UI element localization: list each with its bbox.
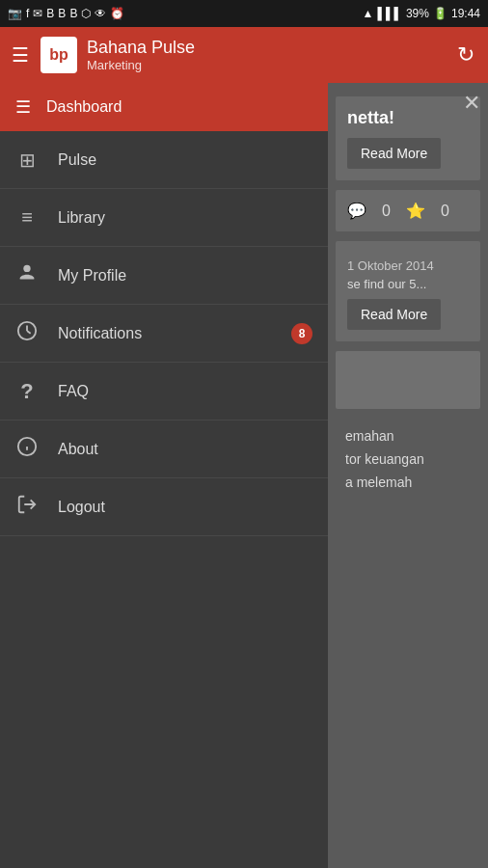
sidebar-dashboard-label: Dashboard [46, 98, 122, 116]
sidebar-item-myprofile[interactable]: My Profile [0, 247, 328, 305]
notifications-icon [15, 320, 39, 346]
comment-count: 0 [382, 203, 391, 220]
app-toolbar: ☰ bp Bahana Pulse Marketing ↻ [0, 27, 488, 83]
signal-icon: ▌▌▌ [377, 7, 402, 20]
app-title: Bahana Pulse [87, 38, 195, 59]
read-more-button-2[interactable]: Read More [347, 299, 441, 330]
profile-icon [15, 262, 39, 288]
logo-text: bp [49, 46, 68, 64]
text-line-3: a melemah [345, 475, 471, 490]
sidebar-item-faq[interactable]: ? FAQ [0, 363, 328, 420]
comment-icon: 💬 [347, 202, 366, 220]
logout-icon [15, 494, 39, 520]
sidebar-item-notifications[interactable]: Notifications 8 [0, 305, 328, 363]
sidebar: ☰ Dashboard ⊞ Pulse ≡ Library My Profile [0, 83, 328, 868]
mail-icon: ✉ [33, 7, 42, 20]
sidebar-item-pulse[interactable]: ⊞ Pulse [0, 131, 328, 189]
menu-icon[interactable]: ☰ [12, 43, 29, 67]
star-count: 0 [441, 203, 449, 220]
text-line-1: emahan [345, 428, 471, 444]
faq-icon: ? [15, 379, 39, 404]
wifi-icon: ▲ [363, 7, 374, 20]
b-icon-1: B [46, 7, 54, 20]
facebook-icon: f [26, 7, 29, 20]
app-logo: bp [41, 37, 77, 73]
refresh-button[interactable]: ↻ [457, 42, 474, 68]
sidebar-library-label: Library [58, 209, 105, 227]
content-card-meta: 💬 0 ⭐ 0 [336, 190, 480, 231]
svg-line-3 [27, 331, 31, 334]
status-icons-right: ▲ ▌▌▌ 39% 🔋 19:44 [363, 7, 480, 20]
bb-icon: ⬡ [81, 7, 91, 20]
main-layout: ☰ Dashboard ⊞ Pulse ≡ Library My Profile [0, 83, 488, 868]
time-display: 19:44 [451, 7, 480, 20]
sidebar-item-logout[interactable]: Logout [0, 478, 328, 536]
battery-text: 39% [406, 7, 429, 20]
svg-point-0 [23, 265, 30, 272]
sidebar-myprofile-label: My Profile [58, 267, 126, 285]
sidebar-faq-label: FAQ [58, 383, 89, 400]
sidebar-about-label: About [58, 441, 98, 458]
status-bar: 📷 f ✉ B B B ⬡ 👁 ⏰ ▲ ▌▌▌ 39% 🔋 19:44 [0, 0, 488, 27]
content-area: ✕ netta! Read More 💬 0 ⭐ 0 1 Oktober 201… [328, 83, 488, 868]
library-icon: ≡ [15, 206, 39, 229]
read-more-button-1[interactable]: Read More [347, 138, 441, 169]
sidebar-item-library[interactable]: ≡ Library [0, 189, 328, 247]
content-card-blank [336, 351, 480, 409]
about-icon [15, 436, 39, 462]
battery-icon: 🔋 [433, 7, 447, 20]
clock-icon: ⏰ [110, 7, 124, 20]
sim-icon: 📷 [8, 7, 22, 20]
sidebar-notifications-label: Notifications [58, 325, 142, 342]
card-2-excerpt: se find our 5... [347, 277, 469, 291]
notifications-badge: 8 [291, 323, 312, 344]
text-line-2: tor keuangan [345, 451, 471, 467]
card-1-title: netta! [347, 108, 469, 128]
content-card-2: 1 Oktober 2014 se find our 5... Read Mor… [336, 241, 480, 341]
sidebar-item-dashboard[interactable]: ☰ Dashboard [0, 83, 328, 131]
status-icons-left: 📷 f ✉ B B B ⬡ 👁 ⏰ [8, 7, 124, 20]
close-button[interactable]: ✕ [463, 91, 480, 116]
pulse-icon: ⊞ [15, 149, 39, 172]
app-subtitle: Marketing [87, 58, 195, 72]
b-icon-3: B [69, 7, 77, 20]
card-2-date: 1 Oktober 2014 [347, 258, 469, 273]
sidebar-item-about[interactable]: About [0, 420, 328, 478]
b-icon-2: B [58, 7, 66, 20]
star-icon: ⭐ [406, 202, 425, 220]
sidebar-pulse-label: Pulse [58, 151, 96, 169]
content-card-1: netta! Read More [336, 96, 480, 180]
eye-icon: 👁 [95, 7, 106, 20]
toolbar-title-group: Bahana Pulse Marketing [87, 38, 195, 73]
dashboard-icon: ☰ [15, 96, 31, 118]
content-text-lines: emahan tor keuangan a melemah [336, 419, 480, 507]
sidebar-logout-label: Logout [58, 499, 105, 516]
